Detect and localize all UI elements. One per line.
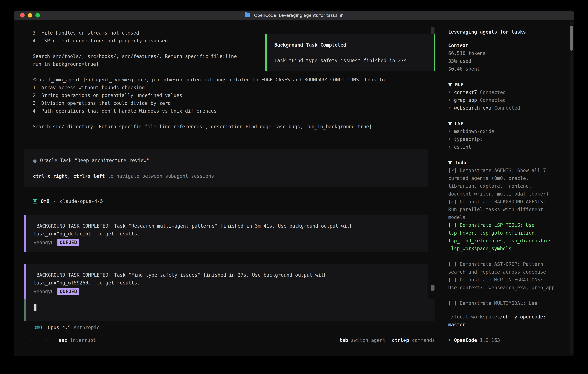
workspace-path: ~/local-workspaces/oh-my-opencode:: [448, 313, 564, 321]
window-titlebar: [OpenCode] Leveraging agents for tasks ◐: [14, 11, 574, 20]
sidebar-scrollbar-thumb[interactable]: [570, 26, 573, 51]
switch-agent-hint: tab switch agent: [339, 336, 385, 344]
model-provider: Anthropic: [74, 325, 100, 330]
composer-area: OmO Opus 4.5 Anthropic ········ esc inte…: [14, 299, 443, 356]
oracle-task-panel: ◉ Oracle Task "Deep architecture review"…: [24, 149, 428, 187]
status-badge: QUEUED: [57, 288, 79, 295]
task-user: yeongyu: [33, 239, 54, 246]
todo-section-header[interactable]: ▼ Todo: [448, 159, 564, 166]
todo-item-pending: [ ] Demonstrate MCP INTEGRATIONS: Use co…: [448, 276, 564, 291]
gear-icon: ⚙: [33, 77, 37, 83]
todo-item-done: [✓] Demonstrate BACKGROUND AGENTS: Run p…: [448, 198, 564, 221]
chevron-down-icon: ▼: [448, 82, 452, 87]
separator-dot: ·: [53, 197, 56, 205]
chat-line: 3. Division operations that could divide…: [24, 99, 443, 107]
app-window: [OpenCode] Leveraging agents for tasks ◐…: [14, 10, 574, 356]
agent-omo-icon: [33, 199, 37, 204]
workspace-branch: master: [448, 321, 564, 329]
traffic-lights: [20, 11, 40, 20]
task-card-text: task_id="bg_6f59260c" to get results.: [33, 279, 420, 287]
chevron-down-icon: ▼: [448, 160, 452, 166]
background-task-card: [BACKGROUND TASK COMPLETED] Task "Find t…: [24, 264, 428, 299]
sidebar-scrollbar-track[interactable]: [570, 21, 573, 355]
close-window-button[interactable]: [20, 13, 25, 18]
session-title: Leveraging agents for tasks: [448, 28, 564, 36]
interrupt-hint: esc interrupt: [59, 336, 96, 344]
chat-line: 1. Array access without bounds checking: [24, 84, 443, 92]
folder-icon: [245, 13, 250, 17]
active-agent: OmO: [33, 325, 42, 330]
bullet-icon: •: [448, 97, 451, 103]
bullet-icon: •: [448, 90, 451, 95]
main-content: 3. File handles or streams not closed 4.…: [14, 20, 443, 356]
bullet-icon: •: [448, 105, 451, 111]
chat-line: 2. String operations on potentially unde…: [24, 92, 443, 99]
prompt-input[interactable]: [24, 299, 435, 321]
window-title: [OpenCode] Leveraging agents for tasks ◐: [245, 11, 344, 19]
task-user: yeongyu: [33, 288, 54, 295]
task-card-text: task_id="bg_dcfac161" to get results.: [33, 230, 420, 238]
context-spent: $0.46 spent: [448, 65, 564, 73]
app-version: 1.0.163: [480, 337, 500, 343]
todo-item-pending: [ ] Demonstrate AST-GREP: Pattern search…: [448, 260, 564, 276]
context-heading: Context: [448, 42, 564, 50]
toast-title: Background Task Completed: [274, 41, 426, 49]
shortcut-key: ctrl+x right: [33, 173, 67, 179]
status-bar: ········ esc interrupt tab switch agent …: [24, 336, 443, 344]
fisheye-icon: ◉: [33, 158, 37, 163]
text-cursor: [33, 304, 36, 311]
agent-name: OmO: [41, 197, 50, 205]
context-used: 33% used: [448, 57, 564, 65]
todo-item-pending: [ ] Demonstrate MULTIMODAL: Use: [448, 299, 564, 307]
commands-hint: ctrl+p commands: [392, 336, 435, 344]
app-name: OpenCode: [451, 337, 480, 343]
task-card-text: [BACKGROUND TASK COMPLETED] Task "Find t…: [33, 271, 420, 279]
mcp-section-header[interactable]: ▼ MCP: [448, 81, 564, 89]
chat-line: 4. Path operations that don't handle Win…: [24, 107, 443, 115]
chat-line: Search src/ directory. Return specific f…: [24, 123, 443, 131]
app-version-row: • OpenCode 1.0.163: [448, 336, 564, 344]
oracle-task-title: ◉ Oracle Task "Deep architecture review": [33, 157, 420, 165]
window-title-text: [OpenCode] Leveraging agents for tasks: [252, 11, 337, 19]
subagent-nav-hint: ctrl+x right, ctrl+x left to navigate be…: [33, 172, 420, 180]
tool-call-text: call_omo_agent [subagent_type=explore, p…: [40, 77, 388, 83]
task-card-meta: yeongyu QUEUED: [33, 288, 420, 295]
spinner-dots-icon: ········: [27, 336, 53, 344]
lsp-item: • typescript: [448, 135, 564, 143]
mcp-item: • websearch_exa Connected: [448, 104, 564, 112]
screen: { "titlebar": { "title": "[OpenCode] Lev…: [0, 0, 588, 374]
task-card-text: [BACKGROUND TASK COMPLETED] Task "Resear…: [33, 222, 420, 230]
shortcut-key: ctrl+x left: [73, 173, 105, 179]
lsp-section-header[interactable]: ▼ LSP: [448, 120, 564, 128]
zoom-window-button[interactable]: [35, 13, 40, 18]
todo-item-done: [✓] Demonstrate AGENTS: Show all 7 curat…: [448, 166, 564, 198]
agent-model: claude-opus-4-5: [60, 197, 103, 205]
background-task-card: [BACKGROUND TASK COMPLETED] Task "Resear…: [24, 215, 428, 252]
active-model: Opus 4.5: [48, 325, 71, 330]
bullet-icon: •: [448, 136, 451, 142]
minimize-window-button[interactable]: [28, 13, 32, 18]
active-model-row: OmO Opus 4.5 Anthropic: [24, 324, 443, 332]
background-task-toast: Background Task Completed Task "Find typ…: [265, 34, 435, 71]
bullet-icon: •: [448, 144, 451, 150]
todo-item-current: [ ] Demonstrate LSP TOOLS: Use lsp_hover…: [448, 221, 564, 252]
task-card-meta: yeongyu QUEUED: [33, 239, 420, 246]
sidebar: Leveraging agents for tasks Context 66,5…: [443, 20, 574, 356]
agent-header-row: OmO · claude-opus-4-5: [24, 197, 443, 205]
status-badge: QUEUED: [57, 239, 79, 246]
sidebar-footer: ~/local-workspaces/oh-my-opencode: maste…: [448, 313, 564, 344]
loading-spinner-icon: ◐: [340, 11, 343, 19]
context-tokens: 66,518 tokens: [448, 50, 564, 57]
lsp-item: • eslint: [448, 143, 564, 151]
tool-call-line: ⚙ call_omo_agent [subagent_type=explore,…: [24, 76, 443, 84]
bullet-icon: •: [448, 337, 451, 343]
mcp-item: • context7 Connected: [448, 89, 564, 96]
mcp-item: • grep_app Connected: [448, 96, 564, 104]
main-scrollbar-thumb[interactable]: [431, 285, 434, 291]
bullet-icon: •: [448, 129, 451, 134]
toast-body: Task "Find type safety issues" finished …: [274, 57, 426, 64]
chevron-down-icon: ▼: [448, 121, 452, 126]
lsp-item: • markdown-oxide: [448, 128, 564, 135]
